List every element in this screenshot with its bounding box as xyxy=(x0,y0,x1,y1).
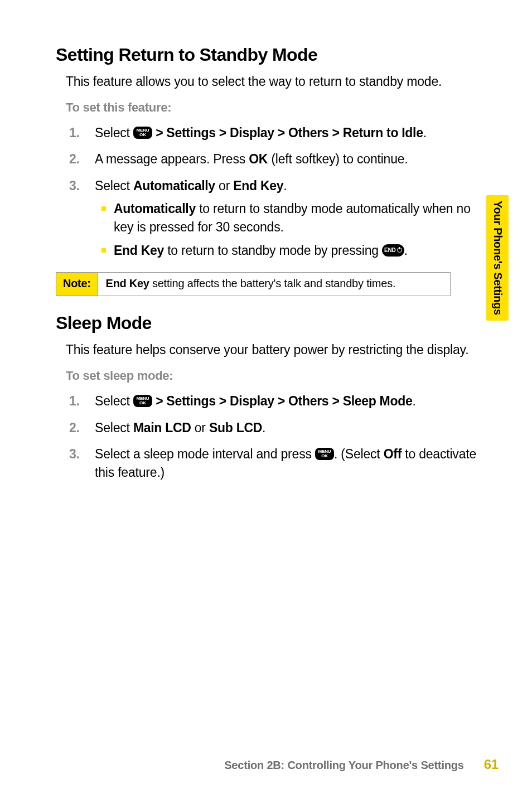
sleep-step-2-sub: Sub LCD xyxy=(209,420,262,435)
note-label: Note: xyxy=(56,273,98,296)
bullet-1-label: Automatically xyxy=(114,201,196,216)
footer-page-number: 61 xyxy=(484,757,499,772)
footer-title: Section 2B: Controlling Your Phone's Set… xyxy=(224,759,464,772)
bullet-end-key: End Key to return to standby mode by pre… xyxy=(95,241,477,260)
step-3-sublist: Automatically to return to standby mode … xyxy=(95,200,477,260)
sleep-step-1: Select MENUOK > Settings > Display > Oth… xyxy=(66,392,477,410)
step-3-auto: Automatically xyxy=(133,178,215,193)
bullet-2-text: to return to standby mode by pressing xyxy=(167,243,382,258)
sleep-step-1-text-a: Select xyxy=(95,394,133,408)
sleep-step-2-main: Main LCD xyxy=(133,420,191,435)
page-footer: Section 2B: Controlling Your Phone's Set… xyxy=(56,757,499,772)
sleep-step-3: Select a sleep mode interval and press M… xyxy=(66,445,477,482)
side-tab-label: Your Phone's Settings xyxy=(491,201,504,315)
step-2-text-a: A message appears. Press xyxy=(95,152,249,166)
step-3: Select Automatically or End Key. Automat… xyxy=(66,177,477,260)
menu-ok-icon: MENUOK xyxy=(315,448,334,460)
page: Your Phone's Settings Setting Return to … xyxy=(0,0,532,798)
note-box: Note: End Key setting affects the batter… xyxy=(56,272,451,296)
intro-sleep-mode: This feature helps conserve your battery… xyxy=(66,341,477,359)
steps-return-to-standby: Select MENUOK > Settings > Display > Oth… xyxy=(66,124,477,260)
step-1-path: > Settings > Display > Others > Return t… xyxy=(156,125,423,140)
menu-ok-icon: MENUOK xyxy=(133,395,152,407)
step-1: Select MENUOK > Settings > Display > Oth… xyxy=(66,124,477,142)
end-key-icon: END xyxy=(382,244,404,257)
period: . xyxy=(423,125,427,140)
intro-return-to-standby: This feature allows you to select the wa… xyxy=(66,73,477,90)
side-tab: Your Phone's Settings xyxy=(486,195,509,321)
subhead-sleep-mode: To set sleep mode: xyxy=(66,369,477,383)
steps-sleep-mode: Select MENUOK > Settings > Display > Oth… xyxy=(66,392,477,482)
sleep-step-2-or: or xyxy=(195,420,209,435)
sleep-step-2: Select Main LCD or Sub LCD. xyxy=(66,419,477,437)
sleep-step-3-text-a: Select a sleep mode interval and press xyxy=(95,447,315,461)
step-2-ok: OK xyxy=(249,152,268,166)
note-text: End Key setting affects the battery's ta… xyxy=(98,273,404,296)
period: . xyxy=(404,243,408,258)
sleep-step-2-text-a: Select xyxy=(95,420,133,435)
bullet-2-label: End Key xyxy=(114,243,164,258)
subhead-set-feature: To set this feature: xyxy=(66,100,477,115)
note-endkey: End Key xyxy=(106,277,149,289)
step-3-or: or xyxy=(219,178,233,193)
heading-sleep-mode: Sleep Mode xyxy=(56,313,487,333)
step-1-text-a: Select xyxy=(95,125,133,140)
period: . xyxy=(283,178,287,193)
sleep-step-1-path: > Settings > Display > Others > Sleep Mo… xyxy=(156,394,412,408)
step-2: A message appears. Press OK (left softke… xyxy=(66,150,477,168)
step-3-endkey: End Key xyxy=(233,178,283,193)
period: . xyxy=(262,420,265,435)
sleep-step-3-off: Off xyxy=(384,447,402,461)
step-2-text-b: (left softkey) to continue. xyxy=(271,152,408,166)
period: . xyxy=(412,394,415,408)
heading-return-to-standby: Setting Return to Standby Mode xyxy=(56,45,487,65)
bullet-automatically: Automatically to return to standby mode … xyxy=(95,200,477,237)
note-rest: setting affects the battery's talk and s… xyxy=(152,277,395,289)
sleep-step-3-text-b: . (Select xyxy=(334,447,384,461)
step-3-text-a: Select xyxy=(95,178,133,193)
menu-ok-icon: MENUOK xyxy=(133,127,152,139)
